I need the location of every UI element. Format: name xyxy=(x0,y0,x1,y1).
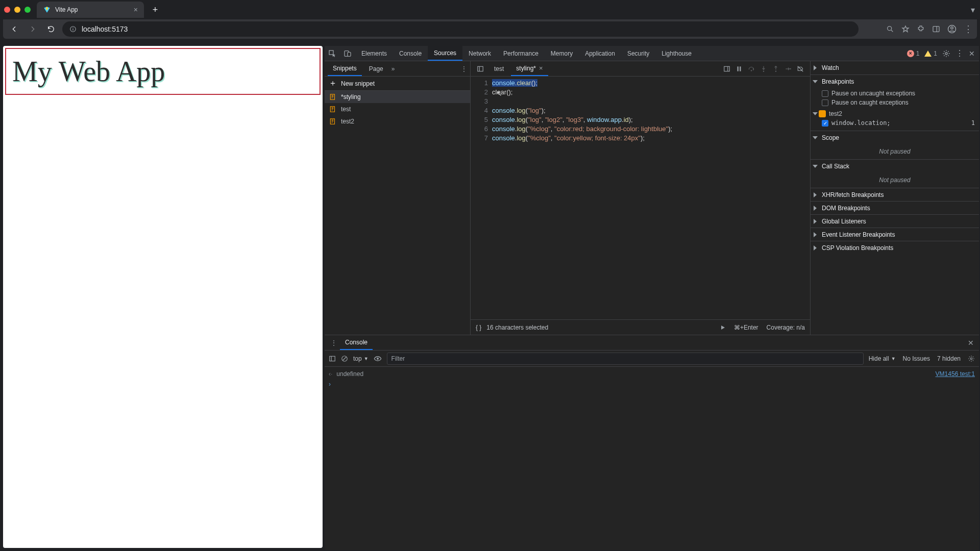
editor-tab-close-icon[interactable]: × xyxy=(539,64,543,72)
clear-console-icon[interactable] xyxy=(341,355,348,362)
device-toggle-icon[interactable] xyxy=(340,46,355,61)
tab-network[interactable]: Network xyxy=(462,46,497,61)
sidepanel-icon[interactable] xyxy=(932,25,940,33)
section-xhr-breakpoints[interactable]: XHR/fetch Breakpoints xyxy=(811,188,979,201)
devtools-close-icon[interactable]: ✕ xyxy=(969,49,975,58)
tab-performance[interactable]: Performance xyxy=(497,46,545,61)
inspect-element-icon[interactable] xyxy=(325,46,340,61)
tab-application[interactable]: Application xyxy=(579,46,621,61)
chevron-right-icon xyxy=(814,232,817,237)
editor-tab-test[interactable]: test xyxy=(489,61,509,76)
log-levels-selector[interactable]: Hide all▼ xyxy=(869,355,896,362)
window-close-button[interactable] xyxy=(4,7,10,13)
snippet-item-styling[interactable]: *styling xyxy=(325,91,470,103)
chevron-down-icon xyxy=(813,165,818,168)
snippet-item-test2[interactable]: test2 xyxy=(325,115,470,128)
sources-navigator: Snippets Page » ⋮ ＋ New snippet *styling… xyxy=(325,61,471,335)
section-event-breakpoints[interactable]: Event Listener Breakpoints xyxy=(811,228,979,241)
forward-button[interactable] xyxy=(26,22,40,36)
tab-console[interactable]: Console xyxy=(393,46,428,61)
editor-tabbar: test styling* × xyxy=(471,61,810,77)
svg-rect-21 xyxy=(740,66,741,71)
toggle-debugger-icon[interactable] xyxy=(723,65,730,72)
section-scope[interactable]: Scope xyxy=(811,131,979,144)
extensions-icon[interactable] xyxy=(917,25,925,33)
braces-icon[interactable]: { } xyxy=(476,324,481,331)
drawer-tab-console[interactable]: Console xyxy=(340,335,373,350)
step-into-icon[interactable] xyxy=(760,65,767,72)
editor-code[interactable]: console.clear(); clear(); console.log("l… xyxy=(492,77,672,319)
tab-close-icon[interactable]: × xyxy=(134,6,138,14)
profile-icon[interactable] xyxy=(947,24,957,34)
section-breakpoints[interactable]: Breakpoints xyxy=(811,74,979,88)
drawer-more-icon[interactable]: ⋮ xyxy=(328,339,340,346)
issues-button[interactable]: No Issues xyxy=(903,355,930,362)
live-expression-icon[interactable] xyxy=(374,355,382,363)
tabstrip-chevron-icon[interactable]: ▾ xyxy=(971,5,975,15)
console-sidebar-icon[interactable] xyxy=(329,355,336,362)
step-over-icon[interactable] xyxy=(748,65,755,72)
devtools-more-icon[interactable]: ⋮ xyxy=(955,48,964,58)
console-source-link[interactable]: VM1456 test:1 xyxy=(936,370,975,378)
toggle-navigator-icon[interactable] xyxy=(474,61,487,76)
editor-tab-styling[interactable]: styling* × xyxy=(511,61,548,76)
tab-elements[interactable]: Elements xyxy=(355,46,393,61)
console-filter-input[interactable]: Filter xyxy=(387,353,864,365)
address-bar[interactable]: localhost:5173 xyxy=(62,21,859,37)
breakpoint-item[interactable]: ✓window.location; 1 xyxy=(822,119,975,127)
new-tab-button[interactable]: + xyxy=(148,3,162,17)
navigator-tab-page[interactable]: Page xyxy=(364,61,388,76)
svg-point-24 xyxy=(763,70,764,71)
navigator-overflow-icon[interactable]: » xyxy=(391,65,395,72)
coverage-label[interactable]: Coverage: n/a xyxy=(767,324,805,331)
navigator-more-icon[interactable]: ⋮ xyxy=(461,65,467,72)
step-icon[interactable] xyxy=(785,65,792,72)
browser-tab[interactable]: Vite App × xyxy=(37,2,144,18)
prompt-chevron-icon: › xyxy=(329,381,331,388)
bookmark-icon[interactable] xyxy=(901,25,910,33)
console-row[interactable]: ‹· undefined VM1456 test:1 xyxy=(329,369,975,379)
tab-lighthouse[interactable]: Lighthouse xyxy=(655,46,698,61)
pause-uncaught-checkbox[interactable]: Pause on uncaught exceptions xyxy=(822,90,975,97)
tab-memory[interactable]: Memory xyxy=(545,46,579,61)
reload-button[interactable] xyxy=(44,22,58,36)
browser-toolbar: localhost:5173 ⋮ xyxy=(3,19,977,39)
section-csp-breakpoints[interactable]: CSP Violation Breakpoints xyxy=(811,241,979,254)
drawer-close-icon[interactable]: ✕ xyxy=(968,339,976,347)
chevron-right-icon xyxy=(814,219,817,224)
section-global-listeners[interactable]: Global Listeners xyxy=(811,214,979,228)
run-snippet-icon[interactable] xyxy=(720,324,726,331)
section-dom-breakpoints[interactable]: DOM Breakpoints xyxy=(811,201,979,214)
tab-security[interactable]: Security xyxy=(621,46,655,61)
devtools-settings-icon[interactable] xyxy=(942,49,950,58)
pause-icon[interactable] xyxy=(736,65,743,72)
console-output[interactable]: ‹· undefined VM1456 test:1 › xyxy=(325,367,979,550)
step-out-icon[interactable] xyxy=(772,65,779,72)
context-selector[interactable]: top▼ xyxy=(353,355,369,362)
site-info-icon[interactable] xyxy=(68,24,78,34)
breakpoint-group[interactable]: test2 xyxy=(814,110,975,117)
code-editor[interactable]: 1234567 console.clear(); clear(); consol… xyxy=(471,77,810,319)
zoom-icon[interactable] xyxy=(886,25,894,33)
tab-sources[interactable]: Sources xyxy=(428,46,462,61)
svg-rect-11 xyxy=(348,52,351,56)
hidden-count[interactable]: 7 hidden xyxy=(937,355,961,362)
warning-count[interactable]: 1 xyxy=(924,50,937,57)
console-prompt[interactable]: › xyxy=(329,379,975,389)
console-settings-icon[interactable] xyxy=(968,355,975,362)
error-count[interactable]: ×1 xyxy=(907,50,920,57)
overflow-menu-icon[interactable]: ⋮ xyxy=(964,24,973,34)
pause-caught-checkbox[interactable]: Pause on caught exceptions xyxy=(822,99,975,106)
chevron-down-icon: ▼ xyxy=(891,356,896,361)
svg-point-3 xyxy=(888,27,892,31)
window-minimize-button[interactable] xyxy=(14,7,20,13)
window-maximize-button[interactable] xyxy=(24,7,31,13)
section-watch[interactable]: Watch xyxy=(811,61,979,74)
snippet-item-test[interactable]: test xyxy=(325,103,470,115)
checkbox-checked-icon[interactable]: ✓ xyxy=(822,120,828,127)
back-button[interactable] xyxy=(7,22,21,36)
section-callstack[interactable]: Call Stack xyxy=(811,159,979,172)
deactivate-breakpoints-icon[interactable] xyxy=(797,65,804,72)
navigator-tab-snippets[interactable]: Snippets xyxy=(328,61,362,76)
new-snippet-button[interactable]: ＋ New snippet xyxy=(325,77,470,91)
